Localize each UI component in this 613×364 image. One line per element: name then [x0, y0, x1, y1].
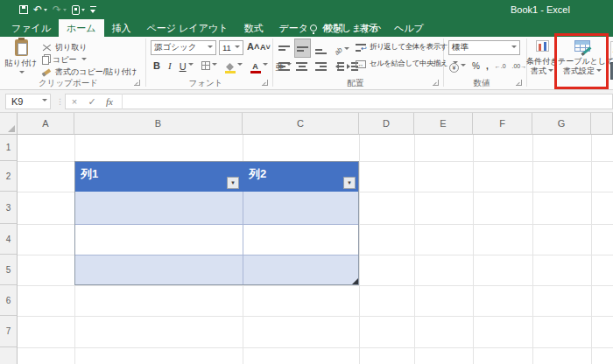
chevron-down-icon	[81, 9, 85, 13]
table-header-cell-col2[interactable]: 列2	[243, 161, 359, 192]
copy-button[interactable]: コピー	[42, 54, 87, 66]
align-center-button[interactable]	[296, 59, 307, 74]
gridline	[359, 135, 360, 364]
table-row[interactable]	[74, 224, 359, 255]
gridline	[532, 135, 533, 364]
font-color-button[interactable]: A	[250, 57, 268, 74]
tab-page-layout[interactable]: ページ レイアウト	[139, 19, 236, 37]
customize-qat-button[interactable]	[90, 6, 96, 13]
tell-me-label: 何をしますか	[322, 22, 381, 35]
font-size-combo[interactable]: 11	[219, 40, 243, 55]
percent-button[interactable]: %	[472, 61, 480, 71]
bottom-align-button[interactable]	[315, 42, 327, 58]
column-header-f[interactable]: F	[473, 113, 532, 135]
column-header-e[interactable]: E	[414, 113, 473, 135]
fill-color-icon	[225, 64, 236, 74]
alignment-dialog-launcher-icon[interactable]	[433, 80, 439, 86]
enter-button[interactable]: ✓	[83, 96, 101, 108]
fill-color-button[interactable]	[225, 58, 243, 74]
row-header-4[interactable]: 4	[0, 224, 18, 255]
column-header-b[interactable]: B	[74, 113, 243, 135]
column-header-g[interactable]: G	[532, 113, 591, 135]
clipboard-group-label: クリップボード	[0, 78, 137, 89]
column-header-c[interactable]: C	[243, 113, 359, 135]
table-gridline	[243, 192, 243, 285]
row-header-2[interactable]: 2	[0, 161, 18, 192]
increase-decimal-button[interactable]: ←.0	[495, 63, 506, 69]
middle-align-button[interactable]	[294, 38, 311, 58]
borders-button[interactable]	[201, 58, 217, 74]
touch-mode-icon	[72, 5, 80, 15]
touch-mode-button[interactable]	[72, 5, 85, 15]
chevron-down-icon	[42, 99, 47, 104]
name-box[interactable]: K9	[5, 94, 51, 109]
tab-home[interactable]: ホーム	[59, 19, 104, 37]
tab-help[interactable]: ヘルプ	[386, 19, 432, 37]
scissors-icon	[42, 44, 52, 52]
divider	[122, 94, 123, 109]
redo-button[interactable]: ↷	[53, 0, 67, 19]
column-header-d[interactable]: D	[359, 113, 414, 135]
merge-center-button[interactable]: ↔ セルを結合して中央揃え	[356, 59, 458, 69]
underline-button[interactable]: U	[180, 58, 194, 74]
tab-formulas[interactable]: 数式	[236, 19, 271, 37]
align-right-button[interactable]	[315, 59, 327, 74]
chevron-down-icon	[235, 46, 240, 51]
row-header-7[interactable]: 7	[0, 316, 18, 347]
lightbulb-icon	[310, 24, 317, 32]
comma-button[interactable]: ,	[486, 61, 489, 71]
currency-button[interactable]: ¥	[449, 58, 466, 74]
number-dialog-launcher-icon[interactable]	[516, 80, 522, 86]
shrink-font-button[interactable]: A˅	[260, 43, 271, 52]
paste-button[interactable]: 貼り付け	[5, 39, 37, 78]
undo-button[interactable]: ↶	[33, 0, 47, 19]
table-header-cell-col1[interactable]: 列1	[74, 161, 243, 192]
underline-label: U	[180, 61, 187, 72]
top-align-button[interactable]	[278, 42, 290, 58]
select-all-corner[interactable]	[0, 113, 18, 135]
format-painter-button[interactable]: 書式のコピー/貼り付け	[42, 66, 137, 78]
copy-icon	[42, 56, 49, 64]
filter-dropdown-button[interactable]: ▾	[343, 177, 356, 189]
row-header-1[interactable]: 1	[0, 135, 18, 161]
font-name-combo[interactable]: 源ゴシック	[151, 40, 216, 55]
conditional-formatting-button[interactable]: 条件付き 書式	[529, 39, 555, 55]
insert-function-button[interactable]: fx	[101, 96, 118, 107]
tab-insert[interactable]: 挿入	[104, 19, 139, 37]
save-button[interactable]	[19, 5, 28, 14]
clipboard-dialog-launcher-icon[interactable]	[134, 80, 140, 86]
name-box-value: K9	[11, 96, 23, 107]
row-header-partial[interactable]	[0, 347, 18, 364]
chevron-down-icon	[44, 9, 47, 13]
formula-bar-splitter[interactable]: ⋮	[56, 94, 64, 109]
decrease-indent-button[interactable]	[333, 59, 344, 74]
grow-font-button[interactable]: A˄	[247, 41, 259, 52]
font-name-value: 源ゴシック	[154, 42, 196, 53]
conditional-formatting-label-2: 書式	[531, 66, 546, 75]
column-header-a[interactable]: A	[18, 113, 74, 135]
orientation-button[interactable]: ab	[335, 41, 349, 57]
table-banded-row[interactable]	[74, 255, 359, 285]
bold-button[interactable]: B	[153, 60, 160, 71]
font-dialog-launcher-icon[interactable]	[262, 80, 268, 86]
row-header-6[interactable]: 6	[0, 285, 18, 316]
row-header-3[interactable]: 3	[0, 192, 18, 224]
tell-me-search[interactable]: 何をしますか	[310, 19, 381, 37]
tab-file[interactable]: ファイル	[4, 19, 59, 37]
formula-input-area: × ✓ fx	[65, 94, 613, 109]
bottom-align-icon	[315, 46, 327, 54]
row-header-5[interactable]: 5	[0, 255, 18, 285]
align-left-button[interactable]	[278, 59, 290, 74]
decrease-decimal-button[interactable]: .00→	[512, 63, 527, 69]
table-banded-row[interactable]	[74, 192, 359, 224]
wrap-text-button[interactable]: 折り返して全体を表示する	[356, 42, 454, 52]
cancel-button[interactable]: ×	[66, 96, 83, 107]
wrap-text-label: 折り返して全体を表示する	[370, 42, 454, 52]
italic-button[interactable]: I	[168, 60, 172, 71]
table-resize-handle[interactable]	[352, 278, 358, 284]
filter-dropdown-button[interactable]: ▾	[227, 177, 239, 189]
cut-button[interactable]: 切り取り	[42, 42, 87, 53]
number-format-combo[interactable]: 標準	[448, 40, 520, 55]
column-header-partial[interactable]	[591, 113, 613, 135]
window-title: Book1 - Excel	[511, 0, 570, 19]
